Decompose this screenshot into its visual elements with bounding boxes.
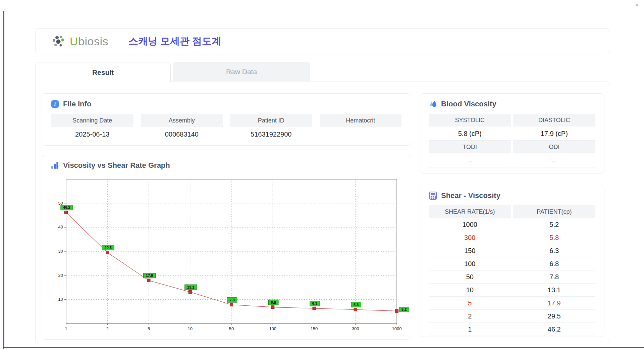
table-row: 3005.8 bbox=[429, 231, 595, 244]
svg-text:300: 300 bbox=[352, 326, 359, 331]
app-title: 스캐닝 모세관 점도계 bbox=[128, 35, 221, 48]
field-value: 2025-06-13 bbox=[51, 127, 133, 141]
shear-rate-cell: 150 bbox=[429, 244, 511, 257]
svg-text:100: 100 bbox=[269, 326, 276, 331]
field-value: 51631922900 bbox=[230, 127, 312, 141]
bv-value: 17.9 (cP) bbox=[513, 127, 596, 141]
svg-text:6.8: 6.8 bbox=[271, 300, 276, 304]
patient-cell: 6.8 bbox=[513, 257, 596, 270]
blood-viscosity-card: Blood Viscosity SYSTOLIC DIASTOLIC 5.8 (… bbox=[420, 93, 604, 173]
logo: Ubiosis bbox=[52, 35, 108, 48]
viscosity-chart: 12510501001503001000102030405046.229.517… bbox=[51, 175, 402, 334]
shear-rate-cell: 50 bbox=[429, 270, 511, 283]
patient-cell: 13.1 bbox=[513, 284, 596, 296]
table-row: 1006.8 bbox=[429, 257, 595, 270]
bar-chart-icon bbox=[51, 161, 59, 170]
info-icon: i bbox=[51, 100, 59, 108]
field-label: Scanning Date bbox=[51, 114, 133, 127]
shear-table-body: 10005.23005.81506.31006.8507.81013.1517.… bbox=[429, 218, 595, 336]
tab-result[interactable]: Result bbox=[35, 62, 171, 82]
file-info-field: Hematocrit bbox=[320, 114, 402, 141]
svg-text:20: 20 bbox=[58, 273, 63, 278]
header: Ubiosis 스캐닝 모세관 점도계 bbox=[35, 28, 610, 54]
shear-rate-cell: 1000 bbox=[429, 218, 511, 231]
file-info-field: Patient ID 51631922900 bbox=[230, 114, 312, 141]
field-label: Hematocrit bbox=[320, 114, 402, 127]
logo-rest: biosis bbox=[78, 35, 108, 48]
patient-cell: 46.2 bbox=[513, 323, 596, 336]
table-row: 507.8 bbox=[429, 270, 595, 284]
window-accent-bottom bbox=[3, 347, 644, 348]
column-header-patient: PATIENT(cp) bbox=[513, 205, 596, 218]
patient-cell: 17.9 bbox=[513, 297, 596, 309]
calculator-icon bbox=[429, 191, 437, 200]
svg-text:7.8: 7.8 bbox=[229, 298, 234, 302]
shear-viscosity-heading: Shear - Viscosity bbox=[429, 191, 595, 200]
window-accent-left bbox=[3, 11, 4, 349]
patient-cell: 29.5 bbox=[513, 310, 596, 322]
file-info-fields: Scanning Date 2025-06-13 Assembly 000683… bbox=[51, 114, 401, 141]
field-label: Patient ID bbox=[230, 114, 312, 127]
patient-cell: 5.8 bbox=[513, 231, 596, 244]
table-row: 1506.3 bbox=[429, 244, 595, 257]
svg-text:5.8: 5.8 bbox=[354, 303, 359, 307]
tab-raw-data[interactable]: Raw Data bbox=[173, 62, 310, 81]
blood-viscosity-title: Blood Viscosity bbox=[441, 100, 496, 108]
blood-viscosity-heading: Blood Viscosity bbox=[429, 100, 595, 108]
droplet-icon bbox=[429, 100, 437, 108]
shear-rate-cell: 2 bbox=[429, 310, 511, 322]
shear-rate-cell: 5 bbox=[429, 297, 511, 309]
svg-text:30: 30 bbox=[58, 249, 63, 254]
bv-label: ODI bbox=[513, 141, 596, 153]
svg-text:50: 50 bbox=[229, 326, 234, 331]
logo-text: Ubiosis bbox=[70, 35, 108, 48]
svg-text:1: 1 bbox=[65, 326, 67, 331]
shear-viscosity-title: Shear - Viscosity bbox=[441, 191, 500, 200]
bv-label: DIASTOLIC bbox=[513, 114, 596, 127]
svg-text:2: 2 bbox=[106, 326, 109, 331]
table-row: 146.2 bbox=[429, 323, 595, 336]
svg-text:13.1: 13.1 bbox=[187, 285, 194, 289]
ubiosis-logo-icon bbox=[52, 35, 67, 48]
file-info-title: File Info bbox=[63, 100, 91, 108]
app-window: × Ubiosis 스캐닝 모세관 점도계 Result Raw Data i … bbox=[0, 0, 644, 349]
file-info-field: Assembly 000683140 bbox=[141, 114, 223, 141]
file-info-field: Scanning Date 2025-06-13 bbox=[51, 114, 133, 141]
table-row: 229.5 bbox=[429, 310, 595, 323]
graph-heading: Viscosity vs Shear Rate Graph bbox=[51, 161, 402, 170]
patient-cell: 7.8 bbox=[513, 270, 596, 283]
table-row: 517.9 bbox=[429, 297, 595, 310]
shear-viscosity-card: Shear - Viscosity SHEAR RATE(1/s) PATIEN… bbox=[420, 185, 604, 337]
svg-text:10: 10 bbox=[188, 326, 193, 331]
shear-table-header: SHEAR RATE(1/s) PATIENT(cp) bbox=[429, 205, 595, 218]
table-row: 1013.1 bbox=[429, 284, 595, 297]
bv-value: – bbox=[429, 153, 511, 167]
bv-label: TODI bbox=[429, 141, 511, 153]
file-info-heading: i File Info bbox=[51, 100, 402, 108]
result-panel: i File Info Scanning Date 2025-06-13 Ass… bbox=[35, 82, 610, 343]
svg-text:5.2: 5.2 bbox=[401, 307, 407, 311]
file-info-card: i File Info Scanning Date 2025-06-13 Ass… bbox=[42, 93, 411, 146]
shear-rate-cell: 10 bbox=[429, 284, 511, 296]
svg-text:17.9: 17.9 bbox=[146, 273, 153, 278]
shear-rate-cell: 100 bbox=[429, 257, 511, 270]
svg-text:29.5: 29.5 bbox=[105, 246, 112, 250]
table-row: 10005.2 bbox=[429, 218, 595, 231]
svg-text:1000: 1000 bbox=[392, 326, 402, 331]
close-icon[interactable]: × bbox=[635, 2, 639, 9]
shear-rate-cell: 300 bbox=[429, 231, 511, 244]
svg-text:46.2: 46.2 bbox=[63, 205, 70, 209]
svg-text:150: 150 bbox=[311, 326, 318, 331]
field-value: 000683140 bbox=[141, 127, 223, 141]
svg-text:5: 5 bbox=[148, 326, 150, 331]
bv-value: 5.8 (cP) bbox=[429, 127, 511, 141]
svg-text:6.3: 6.3 bbox=[312, 301, 317, 305]
svg-text:10: 10 bbox=[58, 297, 63, 302]
bv-value: – bbox=[513, 153, 596, 167]
svg-text:40: 40 bbox=[58, 225, 63, 230]
logo-u: U bbox=[70, 35, 78, 48]
field-value bbox=[320, 127, 402, 141]
graph-title: Viscosity vs Shear Rate Graph bbox=[63, 161, 170, 170]
patient-cell: 6.3 bbox=[513, 244, 596, 257]
shear-rate-cell: 1 bbox=[429, 323, 511, 336]
